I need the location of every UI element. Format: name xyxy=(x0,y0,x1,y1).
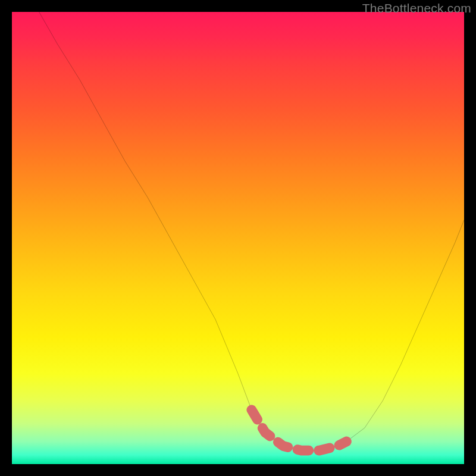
bottleneck-curve xyxy=(39,12,464,450)
bottleneck-marker xyxy=(252,410,347,450)
plot-area xyxy=(12,12,464,464)
watermark: TheBottleneck.com xyxy=(362,1,471,15)
curve-svg xyxy=(12,12,464,464)
chart-container: TheBottleneck.com xyxy=(0,0,476,476)
